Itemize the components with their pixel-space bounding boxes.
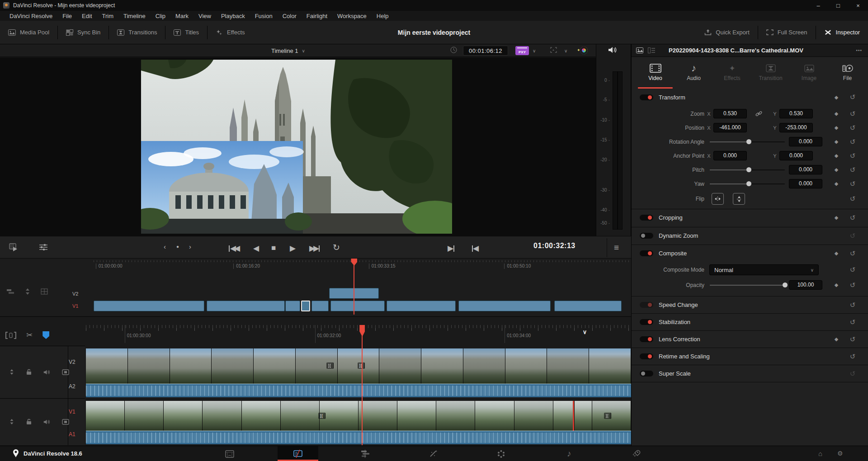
project-settings-icon[interactable]: ⚙ — [837, 450, 843, 457]
reset-icon[interactable]: ↺ — [849, 138, 857, 146]
page-cut-icon[interactable] — [290, 446, 306, 461]
detail-ruler[interactable]: 01:00:30:0001:00:32:0001:00:34:00 — [86, 325, 631, 345]
mute-icon[interactable] — [43, 369, 50, 375]
next-edit-icon[interactable]: ▶ — [448, 244, 454, 253]
menu-davinci-resolve[interactable]: DaVinci Resolve — [5, 11, 57, 21]
menu-view[interactable]: View — [193, 11, 216, 21]
keyframe-diamond-icon[interactable]: ◆ — [833, 250, 840, 256]
detail-playhead[interactable] — [362, 325, 363, 445]
proxy-badge-icon[interactable]: PXY — [515, 46, 529, 55]
timeline-timecode[interactable]: 01:00:32:13 — [533, 242, 576, 250]
timeline-options-icon[interactable]: ≡ — [614, 243, 619, 253]
keyframe-diamond-icon[interactable]: ◆ — [833, 167, 840, 173]
overview-clip[interactable] — [387, 301, 456, 311]
section-speed-change[interactable]: Speed Change ↺ — [632, 296, 868, 313]
project-manager-icon[interactable]: ⌂ — [818, 450, 822, 457]
speaker-icon[interactable] — [608, 46, 617, 54]
menu-file[interactable]: File — [57, 11, 77, 21]
transform-toggle[interactable] — [640, 94, 653, 100]
reset-icon[interactable]: ↺ — [849, 232, 857, 240]
zoom-x-input[interactable]: 0.530 — [713, 109, 747, 118]
overview-clip[interactable] — [458, 301, 550, 311]
jog-left-icon[interactable]: ‹ — [164, 243, 166, 250]
track-height-icon[interactable] — [24, 288, 31, 295]
close-button[interactable]: × — [848, 0, 868, 11]
position-x-input[interactable]: -461.000 — [713, 123, 747, 132]
timeline-thumbnail[interactable] — [421, 348, 463, 384]
menu-color[interactable]: Color — [278, 11, 302, 21]
go-to-start-button[interactable]: ◀◀ — [229, 244, 238, 253]
maximize-button[interactable]: □ — [828, 0, 848, 11]
loop-icon[interactable]: ↻ — [333, 242, 340, 253]
reset-icon[interactable]: ↺ — [849, 266, 857, 274]
video-track-v1-clips[interactable]: ][][ — [86, 401, 631, 431]
yaw-input[interactable]: 0.000 — [789, 179, 822, 188]
through-edit-marker[interactable]: ][ — [318, 413, 326, 419]
trim-tool-icon[interactable] — [5, 332, 16, 339]
jog-right-icon[interactable]: › — [189, 243, 191, 250]
mute-icon[interactable] — [43, 419, 50, 425]
section-super-scale[interactable]: Super Scale ↺ — [632, 365, 868, 382]
track-a1-label[interactable]: A1 — [69, 431, 75, 437]
reset-icon[interactable]: ↺ — [849, 335, 857, 343]
timeline-thumbnail[interactable] — [505, 348, 547, 384]
timeline-thumbnail[interactable] — [514, 401, 553, 431]
transitions-button[interactable]: Transitions — [109, 21, 165, 44]
composite-toggle[interactable] — [640, 250, 653, 256]
video-viewer[interactable] — [0, 57, 596, 236]
opacity-input[interactable]: 100.00 — [789, 280, 822, 290]
split-clip-icon[interactable]: ✂ — [26, 330, 33, 340]
reset-icon[interactable]: ↺ — [849, 214, 857, 222]
titles-button[interactable]: Titles — [165, 21, 207, 44]
cropping-toggle[interactable] — [640, 215, 653, 221]
go-to-end-button[interactable]: ▶▶ — [309, 244, 320, 253]
timeline-thumbnail[interactable] — [463, 348, 505, 384]
reset-icon[interactable]: ↺ — [849, 301, 857, 309]
page-color-icon[interactable] — [493, 446, 509, 461]
tab-video[interactable]: Video — [636, 57, 675, 89]
timeline-thumbnail[interactable] — [128, 348, 170, 384]
timeline-thumbnail[interactable] — [125, 401, 164, 431]
video-enable-icon[interactable] — [62, 419, 69, 425]
quick-export-button[interactable]: Quick Export — [696, 21, 757, 44]
reset-icon[interactable]: ↺ — [849, 249, 857, 258]
section-dynamic-zoom[interactable]: Dynamic Zoom ↺ — [632, 227, 868, 244]
reset-icon[interactable]: ↺ — [849, 180, 857, 188]
timeline-thumbnail[interactable] — [397, 401, 436, 431]
overview-clip[interactable] — [311, 301, 329, 311]
overview-ruler[interactable]: 01:00:00:0001:00:16:2001:00:33:1501:00:5… — [94, 260, 631, 271]
overview-clip[interactable] — [207, 301, 285, 311]
keyframe-diamond-icon[interactable]: ◆ — [833, 94, 840, 100]
collapse-chevron-icon[interactable]: ∨ — [583, 329, 587, 335]
prev-edit-icon[interactable]: ◀ — [472, 244, 479, 253]
timeline-thumbnail[interactable] — [592, 401, 631, 431]
keyframe-diamond-icon[interactable]: ◆ — [833, 181, 840, 187]
media-pool-button[interactable]: Media Pool — [0, 21, 57, 44]
page-fusion-icon[interactable] — [426, 446, 441, 461]
tab-transition[interactable]: Transition — [751, 57, 790, 89]
keyframe-diamond-icon[interactable]: ◆ — [833, 139, 840, 145]
timeline-thumbnail[interactable] — [203, 401, 241, 431]
color-grade-icon[interactable] — [580, 47, 588, 54]
opacity-slider[interactable] — [710, 285, 785, 286]
menu-playback[interactable]: Playback — [216, 11, 250, 21]
yaw-slider[interactable] — [710, 183, 785, 184]
flip-vertical-button[interactable] — [733, 193, 745, 205]
snapping-icon[interactable] — [42, 331, 49, 339]
stabilization-toggle[interactable] — [640, 319, 653, 325]
menu-clip[interactable]: Clip — [151, 11, 170, 21]
keyframe-diamond-icon[interactable]: ◆ — [833, 336, 840, 342]
overview-clip[interactable] — [285, 301, 300, 311]
zoom-fit-icon[interactable] — [550, 47, 557, 53]
super-scale-toggle[interactable] — [640, 371, 653, 376]
viewer-timecode[interactable]: 00:01:06:12 — [463, 46, 508, 56]
tab-audio[interactable]: ♪ Audio — [675, 57, 713, 89]
flip-horizontal-button[interactable] — [712, 193, 724, 205]
track-view-icon[interactable] — [6, 288, 14, 295]
timeline-thumbnail[interactable] — [589, 348, 631, 384]
zoom-fit-chevron-icon[interactable]: ∨ — [564, 48, 567, 53]
inspector-options-icon[interactable]: ••• — [856, 48, 862, 53]
overview-playhead[interactable] — [354, 259, 354, 315]
menu-fusion[interactable]: Fusion — [250, 11, 278, 21]
track-v1-label[interactable]: V1 — [69, 409, 75, 415]
